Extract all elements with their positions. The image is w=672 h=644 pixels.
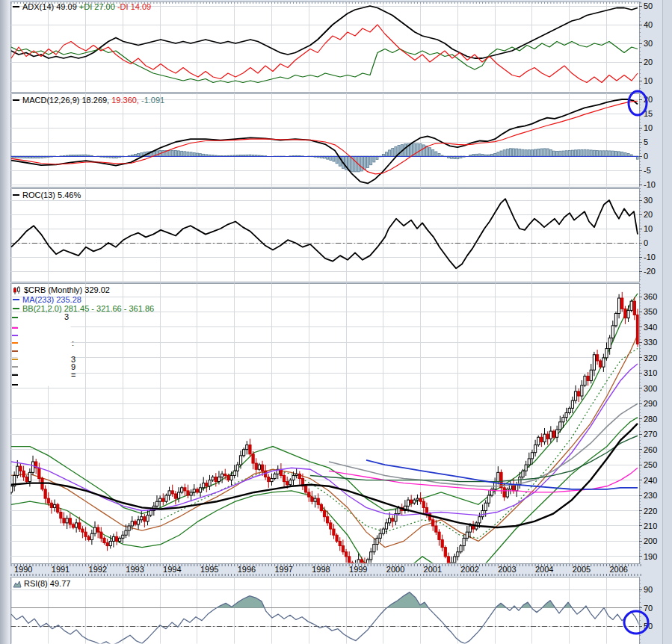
year-label: 1993 <box>126 565 144 574</box>
svg-text:360: 360 <box>644 292 657 301</box>
legend-whiteout-box <box>18 314 71 386</box>
svg-text:320: 320 <box>644 353 657 362</box>
year-label: 1990 <box>14 565 32 574</box>
svg-text:30: 30 <box>644 39 653 48</box>
svg-text:250: 250 <box>644 460 657 469</box>
year-label: 2006 <box>609 565 627 574</box>
chart-canvas: 504030201020151050-5-103020100-10-203:39… <box>0 0 672 644</box>
year-label: 2000 <box>386 565 404 574</box>
panel-bg-macd <box>10 93 639 187</box>
svg-text:20: 20 <box>644 210 653 219</box>
legend-line-swatch <box>12 317 18 318</box>
year-label: 2002 <box>460 565 478 574</box>
svg-text:330: 330 <box>644 338 657 347</box>
panel-bg-adx <box>10 1 639 92</box>
panel-bg-roc <box>10 188 639 282</box>
panel-bg-rsi <box>10 577 639 644</box>
svg-text:10: 10 <box>644 123 653 132</box>
svg-text:5: 5 <box>644 137 648 146</box>
svg-text:210: 210 <box>644 521 657 530</box>
year-label: 2001 <box>424 565 442 574</box>
svg-text:260: 260 <box>644 445 657 454</box>
svg-text:70: 70 <box>644 604 653 613</box>
svg-text:350: 350 <box>644 307 657 316</box>
year-label: 2004 <box>535 565 553 574</box>
svg-text:220: 220 <box>644 507 657 515</box>
legend-line-swatch <box>12 350 18 352</box>
year-label: 1996 <box>238 565 256 574</box>
legend-text-fragment: : <box>72 338 74 347</box>
svg-text:240: 240 <box>644 476 657 485</box>
svg-text:40: 40 <box>644 20 653 29</box>
svg-text:340: 340 <box>644 323 657 332</box>
svg-text:230: 230 <box>644 491 657 500</box>
legend-line-swatch <box>12 342 18 344</box>
year-label: 1992 <box>89 565 107 574</box>
svg-text:90: 90 <box>644 585 653 594</box>
panel-bg-price <box>10 283 639 563</box>
svg-text:10: 10 <box>644 224 653 233</box>
year-label: 2003 <box>498 565 516 574</box>
year-label: 1991 <box>52 565 70 574</box>
svg-text:-10: -10 <box>644 180 656 189</box>
svg-text:10: 10 <box>644 76 653 85</box>
svg-text:290: 290 <box>644 399 657 408</box>
svg-text:-10: -10 <box>644 253 656 261</box>
legend-line-swatch <box>12 384 18 386</box>
svg-text:30: 30 <box>644 196 653 205</box>
legend-line-swatch <box>12 366 18 368</box>
svg-text:190: 190 <box>644 552 657 561</box>
year-label: 1994 <box>163 565 181 574</box>
svg-text:-20: -20 <box>644 267 656 276</box>
legend-line-swatch <box>12 335 18 336</box>
svg-text:310: 310 <box>644 368 657 377</box>
chart-root: 504030201020151050-5-103020100-10-203:39… <box>0 0 672 644</box>
legend-line-swatch <box>12 359 18 360</box>
svg-text:-5: -5 <box>644 166 651 175</box>
year-label: 2005 <box>573 565 591 574</box>
svg-text:20: 20 <box>644 58 653 66</box>
year-label: 1997 <box>274 565 292 574</box>
svg-text:50: 50 <box>644 1 653 10</box>
year-label: 1998 <box>312 565 330 574</box>
legend-text-fragment: 3 <box>64 312 69 321</box>
year-label: 1995 <box>200 565 218 574</box>
svg-text:200: 200 <box>644 536 657 545</box>
svg-text:300: 300 <box>644 384 657 393</box>
svg-text:0: 0 <box>644 238 648 247</box>
svg-text:280: 280 <box>644 415 657 424</box>
svg-text:0: 0 <box>644 152 648 161</box>
year-label: 1999 <box>349 565 367 574</box>
left-edge-strip <box>0 0 10 644</box>
svg-text:270: 270 <box>644 430 657 439</box>
legend-text-fragment: = <box>71 371 75 380</box>
legend-line-swatch <box>12 374 18 376</box>
legend-line-swatch <box>12 327 18 329</box>
